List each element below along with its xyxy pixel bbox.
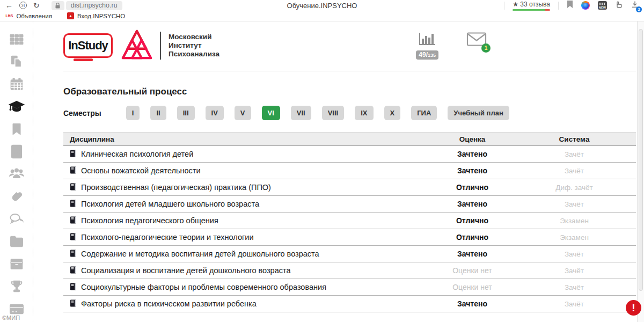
semester-button[interactable]: II	[150, 106, 166, 120]
semester-button[interactable]: Учебный план	[448, 106, 509, 120]
semester-button[interactable]: III	[177, 106, 195, 120]
system-value: Зачёт	[513, 250, 636, 258]
sidebar-item-calendar[interactable]	[0, 74, 33, 97]
reviews-rating-bar	[513, 9, 550, 11]
paperclip-icon	[10, 189, 24, 206]
sidebar-item-attachments[interactable]	[0, 186, 33, 209]
grade-value: Зачтено	[432, 200, 513, 208]
table-row[interactable]: Основы вожатской деятельности Зачтено За…	[63, 163, 636, 179]
book-icon	[70, 166, 77, 175]
instudy-logo[interactable]: InStudy	[63, 33, 113, 58]
book-icon	[70, 200, 77, 209]
discipline-cell[interactable]: Производственная (педагогическая) практи…	[63, 183, 432, 192]
bookmark-announcements[interactable]: LMS Объявления	[5, 13, 52, 19]
scrollbar-thumb[interactable]	[639, 29, 643, 291]
lock-icon[interactable]	[52, 1, 64, 10]
discipline-cell[interactable]: Социокультурные факторы и проблемы совре…	[63, 283, 432, 292]
extension-sphere-icon[interactable]	[581, 1, 590, 10]
bookmark-flag-icon[interactable]	[567, 1, 573, 11]
discipline-name: Социализация и воспитание детей дошкольн…	[81, 266, 291, 275]
book-icon	[70, 266, 77, 275]
semester-button[interactable]: V	[235, 106, 251, 120]
discipline-cell[interactable]: Содержание и методика воспитания детей д…	[63, 250, 432, 259]
sidebar-item-documents[interactable]	[0, 52, 33, 74]
table-row[interactable]: Психология детей младшего школьного возр…	[63, 196, 636, 213]
discipline-cell[interactable]: Социализация и воспитание детей дошкольн…	[63, 266, 432, 275]
mail-button[interactable]: 1	[466, 32, 487, 49]
bookmark-login-inpsycho[interactable]: ▲ Вход.INPSYCHO	[67, 12, 125, 19]
site-reviews-badge[interactable]: ★ 33 отзыва	[513, 1, 550, 11]
chat-icon	[9, 213, 24, 228]
sidebar-item-videos[interactable]	[0, 142, 33, 164]
system-value: Зачёт	[513, 283, 636, 291]
new-label: NEW	[598, 6, 607, 9]
table-row[interactable]: Социализация и воспитание детей дошкольн…	[63, 262, 636, 279]
system-value: Экзамен	[513, 217, 636, 225]
semester-button[interactable]: IX	[355, 106, 373, 120]
back-icon[interactable]: ←	[5, 2, 13, 9]
discipline-name: Основы вожатской деятельности	[81, 166, 201, 175]
alert-exclamation-icon[interactable]: !	[626, 300, 641, 316]
video-file-icon	[10, 144, 24, 162]
semester-button[interactable]: VIII	[322, 106, 345, 120]
semester-button[interactable]: ГИА	[411, 106, 437, 120]
discipline-cell[interactable]: Психолого-педагогические теории и технол…	[63, 233, 432, 242]
trophy-icon	[10, 280, 24, 296]
system-value: Зачёт	[513, 300, 636, 308]
grade-value: Оценки нет	[432, 266, 513, 275]
table-row[interactable]: Производственная (педагогическая) практи…	[63, 179, 636, 196]
table-row[interactable]: Клиническая психология детей Зачтено Зач…	[63, 146, 636, 163]
semester-button[interactable]: IV	[206, 106, 224, 120]
table-row[interactable]: Факторы риска в психическом развитии реб…	[63, 296, 636, 312]
left-sidebar: ©МИП	[0, 21, 33, 321]
table-row[interactable]: Психолого-педагогические теории и технол…	[63, 229, 636, 246]
semester-button[interactable]: VII	[291, 106, 311, 120]
extension-new-icon[interactable]: NEW	[598, 1, 607, 10]
sidebar-item-files[interactable]	[0, 231, 33, 254]
book-icon	[70, 183, 77, 192]
semester-button[interactable]: I	[126, 106, 140, 120]
downloads-icon[interactable]: 2	[631, 1, 639, 10]
book-icon	[70, 150, 77, 159]
sidebar-item-bookmarks[interactable]	[0, 119, 33, 142]
sidebar-item-archive[interactable]	[0, 254, 33, 276]
discipline-name: Содержание и методика воспитания детей д…	[81, 250, 319, 258]
table-row[interactable]: Содержание и методика воспитания детей д…	[63, 246, 636, 262]
gesture-hand-icon[interactable]	[615, 1, 623, 11]
discipline-cell[interactable]: Факторы риска в психическом развитии реб…	[63, 299, 432, 309]
book-icon	[70, 216, 77, 225]
calendar-icon	[10, 77, 24, 93]
semester-button[interactable]: X	[384, 106, 401, 120]
discipline-cell[interactable]: Клиническая психология детей	[63, 150, 432, 159]
semesters-label: Семестры	[63, 109, 101, 118]
mail-count-badge: 1	[481, 43, 491, 53]
book-icon	[70, 283, 77, 292]
refresh-icon[interactable]: ↻	[33, 2, 40, 9]
discipline-cell[interactable]: Основы вожатской деятельности	[63, 166, 432, 175]
sidebar-item-messages[interactable]	[0, 209, 33, 231]
discipline-cell[interactable]: Психология детей младшего школьного возр…	[63, 200, 432, 209]
apps-grid-icon	[10, 32, 24, 48]
table-row[interactable]: Психология педагогического общения Отлич…	[63, 213, 636, 229]
sidebar-item-apps[interactable]	[0, 29, 33, 52]
grade-value: Зачтено	[432, 299, 513, 308]
discipline-cell[interactable]: Психология педагогического общения	[63, 216, 432, 225]
progress-stats-button[interactable]: 49/135	[416, 32, 438, 60]
page-scrollbar[interactable]	[637, 21, 644, 322]
sidebar-item-education[interactable]	[0, 97, 33, 119]
semester-button[interactable]: VI	[262, 106, 280, 120]
yandex-browser-icon[interactable]: Я	[19, 2, 27, 9]
grade-value: Отлично	[432, 216, 513, 225]
table-body: Клиническая психология детей Зачтено Зач…	[63, 146, 636, 312]
sidebar-item-groups[interactable]	[0, 164, 33, 187]
discipline-name: Производственная (педагогическая) практи…	[81, 183, 271, 192]
bookmarks-bar: LMS Объявления ▲ Вход.INPSYCHO	[0, 11, 644, 21]
url-field[interactable]: dist.inpsycho.ru	[66, 1, 122, 10]
system-value: Зачёт	[513, 150, 636, 158]
address-bar: dist.inpsycho.ru	[52, 1, 122, 10]
institute-line: Московский	[169, 33, 219, 41]
table-row[interactable]: Социокультурные факторы и проблемы совре…	[63, 279, 636, 296]
sidebar-item-achievements[interactable]	[0, 276, 33, 299]
column-header-grade: Оценка	[432, 135, 513, 143]
instudy-logo-text: InStudy	[68, 39, 108, 53]
